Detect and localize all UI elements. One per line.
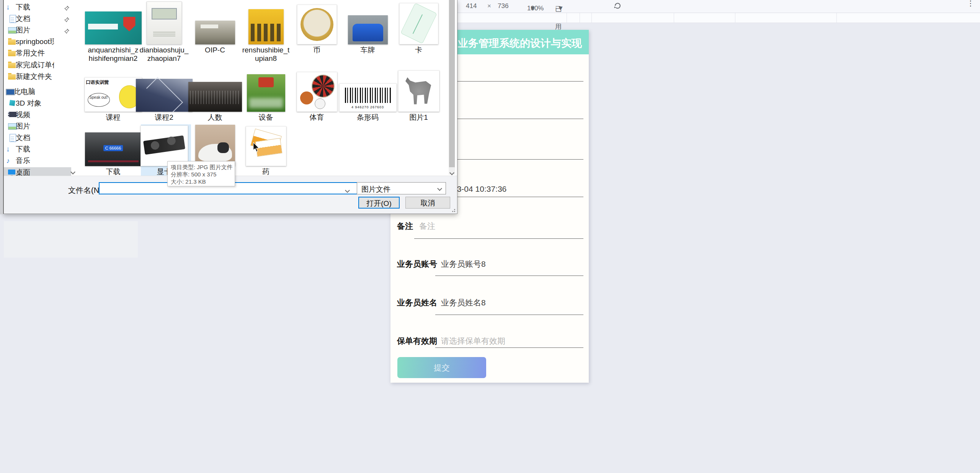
soccer-ball <box>315 98 325 109</box>
file-name: 卡 <box>393 46 444 54</box>
folder-icon <box>8 51 16 56</box>
submit-button[interactable]: 提交 <box>397 357 486 378</box>
file-item[interactable]: OIP-C <box>189 0 240 57</box>
pin-icon <box>64 4 69 13</box>
blue-car-thumbnail <box>348 15 388 44</box>
sidebar-item-documents[interactable]: 文档 <box>4 132 71 143</box>
divider <box>580 13 580 23</box>
form-field-underline[interactable] <box>435 347 583 348</box>
file-name: OIP-C <box>189 46 240 54</box>
file-list-scrollbar[interactable] <box>449 0 455 175</box>
downloads-icon: ↓ <box>4 3 12 11</box>
filetype-select[interactable]: 图片文件 <box>357 182 446 194</box>
sidebar-item-music[interactable]: ♪ 音乐 <box>4 155 71 166</box>
viewport-height-field[interactable]: 736 <box>498 2 508 10</box>
file-item[interactable]: C 66666 下载 <box>88 122 139 179</box>
deer-sketch-thumbnail <box>398 70 439 112</box>
file-item[interactable]: 卡 <box>393 0 444 57</box>
folder-icon <box>8 39 16 45</box>
sneaker-thumbnail <box>195 125 235 166</box>
agent-account-input[interactable]: 业务员账号8 <box>441 259 486 269</box>
documents-icon <box>10 15 16 23</box>
crowd-thumbnail <box>188 82 242 112</box>
transit-card-thumbnail <box>399 3 438 44</box>
file-name: 课程 <box>88 113 139 122</box>
agent-name-label: 业务员姓名 <box>397 297 437 308</box>
file-item[interactable]: 车牌 <box>342 0 393 57</box>
form-field-underline[interactable] <box>435 276 583 276</box>
file-item[interactable]: anquanzhishi_zhishifengmian2 <box>88 0 139 57</box>
file-item[interactable]: 图片1 <box>393 67 444 125</box>
sidebar-item-downloads-pinned[interactable]: ↓ 下载 <box>4 2 71 12</box>
sidebar-item-documents-pinned[interactable]: 文档 <box>4 13 71 24</box>
sidebar-item-this-pc[interactable]: 此电脑 <box>2 86 69 97</box>
file-item[interactable]: 人数 <box>189 67 240 125</box>
file-item[interactable]: 口语实训营 Speak out! 课程 <box>88 67 139 125</box>
car-rear-thumbnail: C 66666 <box>85 132 142 166</box>
devtools-menu-icon[interactable]: ⋮ <box>967 2 972 5</box>
sidebar-item-folder[interactable]: 新建文件夹 <box>4 71 71 82</box>
file-name: 车牌 <box>342 46 393 54</box>
documents-icon <box>10 134 16 142</box>
gold-coin-thumbnail <box>297 5 337 44</box>
cancel-button[interactable]: 取消 <box>405 197 450 209</box>
file-item[interactable]: renshushibie_tupian8 <box>240 0 291 57</box>
sidebar-item-videos[interactable]: 视频 <box>4 109 71 120</box>
file-item[interactable]: 体育 <box>291 67 342 125</box>
filename-dropdown-icon[interactable] <box>346 187 349 194</box>
file-item[interactable]: 设备 <box>240 67 291 125</box>
file-item[interactable]: dianbiaoshuju_zhaopian7 <box>139 0 189 57</box>
form-field-underline[interactable] <box>435 315 583 315</box>
building-photo-thumbnail <box>195 21 235 44</box>
policy-validity-label: 保单有效期 <box>397 336 437 346</box>
sidebar-item-folder[interactable]: 常用文件 <box>4 48 71 58</box>
dartboard <box>312 75 335 98</box>
agent-name-input[interactable]: 业务员姓名8 <box>441 297 486 308</box>
file-item[interactable]: 课程2 <box>139 67 189 125</box>
sidebar-scroll-down-icon[interactable] <box>71 168 75 175</box>
pin-icon <box>64 27 69 36</box>
chevron-down-icon <box>437 186 442 191</box>
sidebar-item-pictures[interactable]: 图片 <box>4 121 71 131</box>
music-icon: ♪ <box>4 157 12 165</box>
sidebar-item-pictures-pinned[interactable]: 图片 <box>4 25 71 35</box>
sidebar-item-downloads[interactable]: ↓ 下载 <box>4 144 71 154</box>
divider <box>674 13 674 23</box>
scrollbar-thumb[interactable] <box>449 0 455 167</box>
desktop-icon <box>8 170 15 175</box>
security-banner-thumbnail <box>85 11 142 44</box>
file-item[interactable]: 币 <box>291 0 342 57</box>
file-item[interactable]: 药 <box>240 122 291 179</box>
divider <box>591 13 592 23</box>
open-button[interactable]: 打开(O) <box>358 197 400 209</box>
pictures-icon <box>8 27 16 34</box>
divider <box>567 13 567 23</box>
file-name: 人数 <box>189 113 240 122</box>
study-course-thumbnail <box>136 79 193 112</box>
gas-meter-thumbnail <box>147 2 182 44</box>
sidebar-item-3d-objects[interactable]: 3D 对象 <box>4 98 71 108</box>
file-open-dialog: ↓ 下载 文档 图片 springboot现代 常用文件 家完成订单任务 新建文… <box>3 0 457 214</box>
remark-input[interactable]: 备注 <box>419 221 435 232</box>
order-time-value[interactable]: 03-04 10:37:36 <box>452 184 506 194</box>
sidebar-item-folder[interactable]: 家完成订单任务 <box>4 60 71 70</box>
folder-icon <box>8 63 16 68</box>
viewport-width-field[interactable]: 414 <box>466 2 477 10</box>
form-field-underline[interactable] <box>414 238 583 239</box>
pictures-icon <box>8 123 16 130</box>
rotate-viewport-icon[interactable] <box>613 2 622 12</box>
scroll-down-icon[interactable] <box>450 169 454 176</box>
divider <box>735 13 735 23</box>
policy-validity-input[interactable]: 请选择保单有效期 <box>441 336 505 346</box>
mouse-cursor-icon <box>253 142 260 154</box>
remark-label: 备注 <box>397 221 413 232</box>
file-name: 体育 <box>291 113 342 122</box>
3d-objects-icon <box>9 100 15 106</box>
file-item[interactable]: 4 946270 267603 条形码 <box>342 67 393 125</box>
resize-grip[interactable] <box>451 208 456 212</box>
background-panel <box>4 221 138 258</box>
file-name: anquanzhishi_zhishifengmian2 <box>88 46 139 63</box>
folder-icon <box>8 74 16 80</box>
basketball <box>300 91 313 104</box>
sidebar-item-folder[interactable]: springboot现代 <box>4 36 71 47</box>
